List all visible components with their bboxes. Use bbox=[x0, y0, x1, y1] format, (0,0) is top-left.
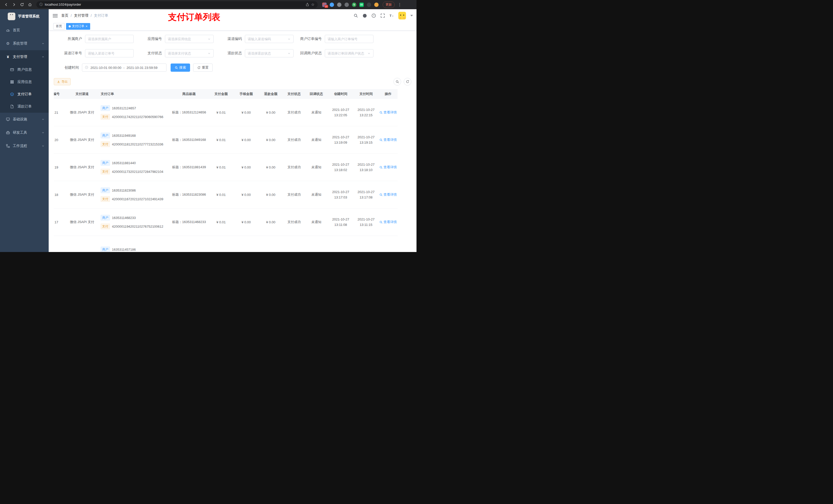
cell-title: 标题：1635312124656 bbox=[170, 99, 208, 126]
cell-amount: ¥ 0.01 bbox=[208, 209, 234, 236]
cell-title: 标题：1635311468233 bbox=[170, 209, 208, 236]
dashboard-icon bbox=[6, 28, 10, 32]
cell-fee: ¥ 0.00 bbox=[234, 99, 259, 126]
cell-notify: 未通知 bbox=[305, 181, 328, 208]
table-row: 20 微信 JSAPI 支付 商户 1635311949168 支付 42000… bbox=[54, 126, 398, 154]
extension-icon[interactable]: 10 bbox=[322, 3, 327, 7]
refund-status-select[interactable] bbox=[245, 49, 293, 57]
merchant-order-no-input[interactable] bbox=[325, 35, 374, 43]
sidebar-item-refund-order[interactable]: 退款订单 bbox=[0, 100, 49, 113]
toggle-search-button[interactable] bbox=[394, 78, 401, 86]
sidebar-item-pay[interactable]: ¥ 支付管理 bbox=[0, 50, 49, 64]
reload-icon[interactable] bbox=[19, 1, 25, 8]
cell-fee: ¥ 0.00 bbox=[234, 154, 259, 181]
reset-button[interactable]: 重置 bbox=[193, 64, 213, 72]
share-icon[interactable] bbox=[306, 3, 309, 6]
cell-pay-time bbox=[354, 236, 378, 252]
column-header: 回调状态 bbox=[305, 89, 328, 99]
gear-icon: ⚙ bbox=[6, 42, 10, 46]
cell-pay-time: 2021-10-2713:18:10 bbox=[354, 154, 378, 181]
close-icon[interactable]: × bbox=[86, 25, 88, 28]
cell-title bbox=[170, 236, 208, 252]
cell-action: 查看详情 bbox=[378, 99, 398, 126]
cell-refund: ¥ 0.00 bbox=[259, 209, 283, 236]
view-detail-link[interactable]: 查看详情 bbox=[379, 110, 397, 115]
address-bar[interactable]: ⓘ localhost:1024/pay/order ☆ bbox=[37, 1, 318, 8]
cell-status: 支付成功 bbox=[283, 209, 305, 236]
font-size-icon[interactable]: TT bbox=[389, 13, 394, 18]
cell-channel: 微信 JSAPI 支付 bbox=[66, 126, 98, 153]
breadcrumb-home[interactable]: 首页 bbox=[61, 13, 68, 18]
sidebar-item-pay-order[interactable]: 支付订单 bbox=[0, 88, 49, 100]
merchant-badge: 商户 bbox=[101, 105, 110, 111]
sidebar-toggle-icon[interactable] bbox=[53, 14, 57, 18]
logo: 芋道管理系统 bbox=[0, 9, 49, 24]
sidebar-item-merchant-info[interactable]: 商户信息 bbox=[0, 64, 49, 76]
extension-icon[interactable] bbox=[367, 3, 371, 7]
github-icon[interactable] bbox=[362, 13, 367, 18]
view-detail-link[interactable]: 查看详情 bbox=[379, 138, 397, 142]
forward-icon[interactable] bbox=[10, 1, 18, 8]
app-no-select[interactable] bbox=[165, 35, 214, 43]
profile-avatar[interactable] bbox=[374, 3, 379, 7]
user-avatar[interactable] bbox=[398, 12, 406, 20]
extension-icon[interactable]: V bbox=[352, 3, 356, 7]
cell-fee: ¥ 0.00 bbox=[234, 181, 259, 208]
refresh-button[interactable] bbox=[404, 78, 411, 86]
pay-badge: 支付 bbox=[101, 141, 110, 147]
notify-status-select[interactable] bbox=[325, 49, 374, 57]
view-detail-link[interactable]: 查看详情 bbox=[379, 192, 397, 197]
pay-badge: 支付 bbox=[101, 169, 110, 174]
sidebar-item-dev-tools[interactable]: 研发工具 bbox=[0, 126, 49, 139]
extension-icon[interactable] bbox=[330, 3, 334, 7]
home-icon[interactable] bbox=[26, 1, 33, 8]
channel-order-no-input[interactable] bbox=[85, 49, 134, 57]
export-button[interactable]: 导出 bbox=[54, 78, 71, 85]
cell-create-time bbox=[328, 236, 354, 252]
search-icon[interactable] bbox=[354, 13, 358, 18]
browser-update-button[interactable]: 更新 bbox=[383, 2, 395, 8]
merchant-select[interactable] bbox=[85, 35, 134, 43]
view-detail-link[interactable]: 查看详情 bbox=[379, 220, 397, 224]
pay-status-select[interactable] bbox=[165, 49, 214, 57]
create-time-range[interactable]: 2021-10-01 00:00:00 - 2021-10-31 23:59:5… bbox=[82, 64, 166, 72]
cell-create-time: 2021-10-2713:18:02 bbox=[328, 154, 354, 181]
cell-title: 标题：1635311823086 bbox=[170, 181, 208, 208]
tab-pay-order[interactable]: 支付订单 × bbox=[66, 23, 90, 30]
channel-code-select[interactable] bbox=[245, 35, 293, 43]
tab-home[interactable]: 首页 bbox=[53, 23, 65, 30]
table-row: 18 微信 JSAPI 支付 商户 1635311823086 支付 42000… bbox=[54, 181, 398, 209]
cell-pay-order: 商户 1635311949168 支付 42000011812021102777… bbox=[98, 126, 170, 153]
fullscreen-icon[interactable] bbox=[380, 13, 385, 18]
sidebar-item-infra[interactable]: 基础设施 bbox=[0, 113, 49, 126]
search-button[interactable]: 搜索 bbox=[171, 64, 190, 72]
sidebar-item-system[interactable]: ⚙ 系统管理 bbox=[0, 37, 49, 50]
sidebar-item-home[interactable]: 首页 bbox=[0, 24, 49, 37]
caret-down-icon[interactable] bbox=[410, 15, 413, 16]
browser-menu-icon[interactable]: ⋮ bbox=[396, 2, 403, 7]
extension-icon[interactable] bbox=[344, 3, 349, 7]
column-header: 商品标题 bbox=[170, 89, 208, 99]
cell-create-time: 2021-10-2713:22:05 bbox=[328, 99, 354, 126]
bookmark-star-icon[interactable]: ☆ bbox=[311, 2, 314, 7]
chevron-up-icon bbox=[42, 55, 45, 58]
sidebar-item-app-info[interactable]: 应用信息 bbox=[0, 76, 49, 88]
browser-window: ⓘ localhost:1024/pay/order ☆ 10 V 更新 ⋮ 芋… bbox=[0, 0, 416, 252]
column-header: 操作 bbox=[378, 89, 398, 99]
svg-text:T: T bbox=[392, 15, 394, 18]
site-info-icon[interactable]: ⓘ bbox=[40, 2, 43, 7]
extension-icon[interactable] bbox=[337, 3, 341, 7]
table-row: 17 微信 JSAPI 支付 商户 1635311468233 支付 42000… bbox=[54, 209, 398, 236]
back-icon[interactable] bbox=[3, 1, 9, 8]
view-detail-link[interactable]: 查看详情 bbox=[379, 165, 397, 170]
monitor-icon bbox=[6, 117, 10, 121]
extension-icon[interactable] bbox=[359, 3, 364, 7]
help-icon[interactable]: ? bbox=[372, 13, 376, 18]
breadcrumb: 首页 / 支付管理 / 支付订单 bbox=[61, 13, 109, 18]
cell-status: 支付成功 bbox=[283, 126, 305, 153]
breadcrumb-pay[interactable]: 支付管理 bbox=[74, 13, 88, 18]
sidebar-item-workflow[interactable]: 工作流程 bbox=[0, 139, 49, 153]
cell-pay-time: 2021-10-2713:11:15 bbox=[354, 209, 378, 236]
browser-toolbar: ⓘ localhost:1024/pay/order ☆ 10 V 更新 ⋮ bbox=[0, 0, 416, 9]
cell-action: 查看详情 bbox=[378, 209, 398, 236]
